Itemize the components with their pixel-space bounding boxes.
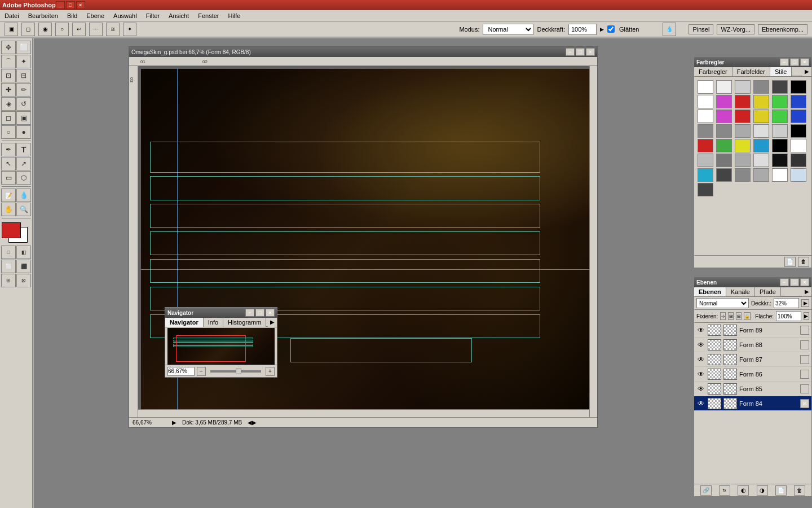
color-swatch-36[interactable] [698,168,713,182]
foreground-color[interactable] [2,222,21,238]
ebenen-new[interactable]: 📄 [775,485,787,496]
layer-eye-0[interactable]: 👁 [696,326,705,335]
menu-bild[interactable]: Bild [65,11,80,20]
tab-farbfelder[interactable]: Farbfelder [732,67,770,76]
tab-kanaele[interactable]: Kanäle [726,287,755,296]
ebenen-delete[interactable]: 🗑 [794,485,805,496]
dodge-tool[interactable]: ○ [1,125,16,139]
color-swatch-20[interactable] [735,124,751,138]
pinsel-btn[interactable]: Pinsel [689,24,713,34]
layer-row-1[interactable]: 👁Form 88 [694,338,811,352]
brush-size-icon[interactable]: ◻ [21,23,35,36]
nav-tab-histogramm[interactable]: Histogramm [223,318,266,327]
move-tool[interactable]: ✥ [1,41,16,54]
menu-fenster[interactable]: Fenster [196,11,221,20]
text-tool[interactable]: T [16,143,31,156]
ebenenkomp-btn[interactable]: Ebenenkomp... [758,24,807,34]
nav-tab-navigator[interactable]: Navigator [165,318,204,327]
layer-mask-icon-5[interactable]: ⊘ [800,399,809,408]
brush-angle-icon[interactable]: ↩ [72,23,86,36]
layer-row-2[interactable]: 👁Form 87 [694,352,811,367]
color-swatch-40[interactable] [772,168,788,182]
nav-minimize[interactable]: − [245,309,254,317]
nav-tab-info[interactable]: Info [204,318,223,327]
menu-datei[interactable]: Datei [2,11,21,20]
magic-wand-tool[interactable]: ✦ [16,55,31,68]
color-swatch-32[interactable] [735,154,751,167]
layer-mask-icon-1[interactable] [800,340,809,349]
color-swatch-25[interactable] [716,139,732,152]
close-btn[interactable]: × [76,1,85,9]
slice-tool[interactable]: ⊟ [16,69,31,82]
modus-select[interactable]: Normal [483,24,533,35]
color-swatch-28[interactable] [772,139,788,152]
color-swatch-17[interactable] [791,110,806,123]
color-swatch-23[interactable] [791,124,806,138]
fix-color-icon[interactable]: ⊟ [736,312,742,320]
ebenen-link[interactable]: 🔗 [700,485,712,496]
shape-tool[interactable]: ▭ [1,171,16,185]
nav-close[interactable]: × [266,309,275,317]
color-swatch-1[interactable] [716,80,732,94]
nav-zoom-slider[interactable] [210,370,261,373]
ebenen-mask[interactable]: ◐ [738,485,749,496]
nav-zoom-thumb[interactable] [236,369,241,374]
color-swatch-31[interactable] [716,154,732,167]
color-swatch-5[interactable] [791,80,806,94]
lasso-tool[interactable]: ⌒ [1,55,16,68]
minimize-btn[interactable]: _ [56,1,65,9]
ebenen-menu-btn[interactable]: ▶ [802,287,811,296]
layer-eye-5[interactable]: 👁 [696,399,705,408]
layer-mask-icon-0[interactable] [800,326,809,335]
tab-stile[interactable]: Stile [770,67,792,76]
eraser-tool[interactable]: ◻ [1,111,16,125]
color-swatch-38[interactable] [735,168,751,182]
layer-row-4[interactable]: 👁Form 85 [694,382,811,396]
layer-mask-icon-4[interactable] [800,384,809,393]
glatten-checkbox[interactable] [607,25,615,33]
eyedropper-tool[interactable]: 💧 [16,189,31,202]
layer-mask-icon-3[interactable] [800,370,809,379]
color-swatch-6[interactable] [698,95,713,108]
brush-flow-icon[interactable]: ≋ [106,23,120,36]
ebenen-minimize[interactable]: − [780,278,789,286]
menu-filter[interactable]: Filter [144,11,162,20]
ebenen-adj[interactable]: ◑ [757,485,768,496]
brush-soft-icon[interactable]: ○ [55,23,69,36]
menu-auswahl[interactable]: Auswahl [111,11,139,20]
color-swatch-39[interactable] [753,168,769,182]
tab-pfade[interactable]: Pfade [755,287,781,296]
nav-zoom-input[interactable] [167,367,195,376]
deckk-arrow-btn[interactable]: ▶ [801,299,809,307]
screen-mode1[interactable]: ⬜ [1,260,16,273]
tab-farbregler[interactable]: Farbregler [694,67,732,76]
ebenen-blend-select[interactable]: Normal [696,298,749,308]
color-swatch-27[interactable] [753,139,769,152]
color-swatch-14[interactable] [735,110,751,123]
brush-tool[interactable]: ✏ [16,83,31,97]
nav-menu-btn[interactable]: ▶ [268,318,277,327]
color-swatch-11[interactable] [791,95,806,108]
nav-maximize[interactable]: □ [255,309,264,317]
color-swatch-8[interactable] [735,95,751,108]
fix-pos-icon[interactable]: ⊹ [720,312,726,320]
tab-ebenen[interactable]: Ebenen [694,287,726,296]
hand-tool[interactable]: ✋ [1,203,16,216]
screen-mode2[interactable]: ⬛ [16,260,31,273]
layer-eye-1[interactable]: 👁 [696,340,705,349]
quick-mask-on[interactable]: ◧ [16,246,31,259]
flaeche-arrow-btn[interactable]: ▶ [804,312,809,320]
nav-zoom-out[interactable]: − [197,367,206,376]
color-swatch-26[interactable] [735,139,751,152]
color-swatch-10[interactable] [772,95,788,108]
color-swatch-34[interactable] [772,154,788,167]
brush-hard-icon[interactable]: ◉ [38,23,52,36]
color-swatch-18[interactable] [698,124,713,138]
color-swatch-9[interactable] [753,95,769,108]
color-swatch-7[interactable] [716,95,732,108]
nav-zoom-in[interactable]: + [266,367,275,376]
farbregler-new[interactable]: 📄 [784,257,796,267]
screen-mode4[interactable]: ⊠ [16,274,31,287]
farbregler-menu-btn[interactable]: ▶ [802,67,811,76]
marquee-tool[interactable]: ⬜ [16,41,31,54]
